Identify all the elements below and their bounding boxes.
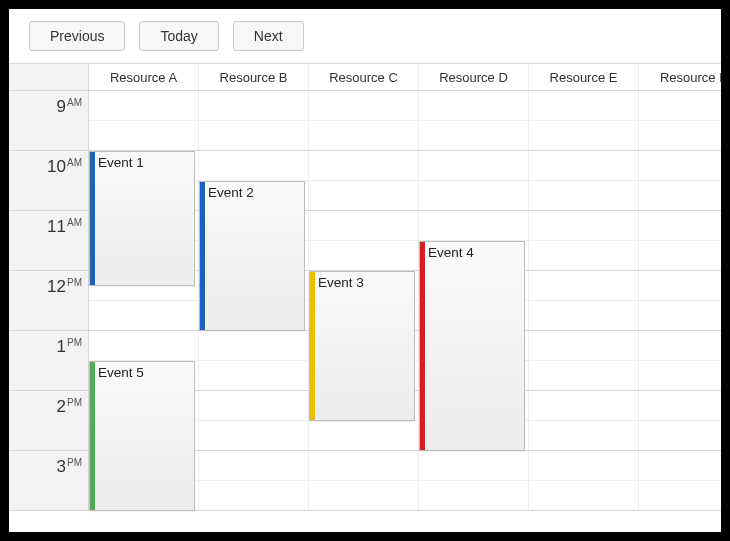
grid-cell[interactable]: [309, 121, 419, 150]
hour-label: 10AM: [9, 151, 88, 211]
grid-cell[interactable]: [639, 151, 721, 180]
event-title: Event 3: [318, 275, 364, 290]
event-title: Event 2: [208, 185, 254, 200]
event[interactable]: Event 1: [89, 151, 195, 286]
grid-cell[interactable]: [309, 211, 419, 240]
event[interactable]: Event 3: [309, 271, 415, 421]
resource-header-row: Resource AResource BResource CResource D…: [9, 63, 721, 91]
toolbar: Previous Today Next: [9, 9, 721, 63]
grid-cell[interactable]: [639, 331, 721, 360]
event[interactable]: Event 4: [419, 241, 525, 451]
grid-cell[interactable]: [639, 121, 721, 150]
grid-cell[interactable]: [529, 391, 639, 420]
calendar-app: Previous Today Next Resource AResource B…: [9, 9, 721, 532]
calendar: Resource AResource BResource CResource D…: [9, 63, 721, 511]
event-color-bar: [420, 242, 425, 450]
hour-label: 2PM: [9, 391, 88, 451]
hour-label: 11AM: [9, 211, 88, 271]
grid-row: [89, 121, 721, 151]
grid-cell[interactable]: [529, 151, 639, 180]
grid-cell[interactable]: [309, 241, 419, 270]
event[interactable]: Event 2: [199, 181, 305, 331]
grid-cell[interactable]: [529, 451, 639, 480]
grid-cell[interactable]: [199, 451, 309, 480]
grid-cell[interactable]: [89, 301, 199, 330]
grid-cell[interactable]: [309, 481, 419, 510]
grid-cell[interactable]: [639, 211, 721, 240]
resource-header[interactable]: Resource B: [199, 64, 309, 90]
grid-cell[interactable]: [529, 331, 639, 360]
grid-cell[interactable]: [639, 301, 721, 330]
grid-cell[interactable]: [529, 91, 639, 120]
hour-label: 3PM: [9, 451, 88, 511]
grid-cell[interactable]: [419, 181, 529, 210]
grid-cell[interactable]: [639, 361, 721, 390]
grid-cell[interactable]: [309, 181, 419, 210]
grid-cell[interactable]: [419, 121, 529, 150]
next-button[interactable]: Next: [233, 21, 304, 51]
grid-cell[interactable]: [639, 91, 721, 120]
grid-cell[interactable]: [89, 331, 199, 360]
grid-cell[interactable]: [529, 121, 639, 150]
grid-cell[interactable]: [419, 451, 529, 480]
grid-cell[interactable]: [199, 481, 309, 510]
grid-cell[interactable]: [199, 331, 309, 360]
grid-cell[interactable]: [419, 151, 529, 180]
time-gutter-header: [9, 64, 89, 90]
grid-cell[interactable]: [199, 421, 309, 450]
event-color-bar: [90, 152, 95, 285]
grid-cell[interactable]: [529, 421, 639, 450]
event-title: Event 1: [98, 155, 144, 170]
grid-cell[interactable]: [529, 301, 639, 330]
grid-row: [89, 91, 721, 121]
grid-cell[interactable]: [639, 391, 721, 420]
event-color-bar: [90, 362, 95, 510]
grid-cell[interactable]: [529, 481, 639, 510]
grid-cell[interactable]: [309, 151, 419, 180]
hour-label: 12PM: [9, 271, 88, 331]
grid-cell[interactable]: [309, 421, 419, 450]
event-color-bar: [200, 182, 205, 330]
hour-label: 9AM: [9, 91, 88, 151]
today-button[interactable]: Today: [139, 21, 218, 51]
grid-cell[interactable]: [529, 271, 639, 300]
grid-cell[interactable]: [199, 391, 309, 420]
grid-cell[interactable]: [529, 181, 639, 210]
grid-cell[interactable]: [529, 361, 639, 390]
grid-cell[interactable]: [309, 451, 419, 480]
resource-header[interactable]: Resource A: [89, 64, 199, 90]
grid-cell[interactable]: [419, 481, 529, 510]
resource-header[interactable]: Resource E: [529, 64, 639, 90]
hour-label: 1PM: [9, 331, 88, 391]
grid-cell[interactable]: [639, 241, 721, 270]
grid-cell[interactable]: [89, 91, 199, 120]
grid-cell[interactable]: [639, 181, 721, 210]
resource-header[interactable]: Resource D: [419, 64, 529, 90]
grid-cell[interactable]: [199, 121, 309, 150]
grid-cell[interactable]: [419, 211, 529, 240]
calendar-grid[interactable]: Event 1Event 2Event 3Event 4Event 5: [89, 91, 721, 511]
previous-button[interactable]: Previous: [29, 21, 125, 51]
grid-cell[interactable]: [89, 121, 199, 150]
grid-cell[interactable]: [199, 151, 309, 180]
event-title: Event 4: [428, 245, 474, 260]
grid-cell[interactable]: [529, 241, 639, 270]
grid-cell[interactable]: [639, 451, 721, 480]
grid-cell[interactable]: [419, 91, 529, 120]
grid-cell[interactable]: [309, 91, 419, 120]
grid-cell[interactable]: [639, 421, 721, 450]
grid-cell[interactable]: [529, 211, 639, 240]
grid-cell[interactable]: [199, 361, 309, 390]
resource-header[interactable]: Resource F: [639, 64, 721, 90]
grid-cell[interactable]: [639, 481, 721, 510]
event-title: Event 5: [98, 365, 144, 380]
event-color-bar: [310, 272, 315, 420]
grid-cell[interactable]: [199, 91, 309, 120]
resource-header[interactable]: Resource C: [309, 64, 419, 90]
event[interactable]: Event 5: [89, 361, 195, 511]
calendar-body: 9AM10AM11AM12PM1PM2PM3PM Event 1Event 2E…: [9, 91, 721, 511]
time-gutter: 9AM10AM11AM12PM1PM2PM3PM: [9, 91, 89, 511]
grid-cell[interactable]: [639, 271, 721, 300]
